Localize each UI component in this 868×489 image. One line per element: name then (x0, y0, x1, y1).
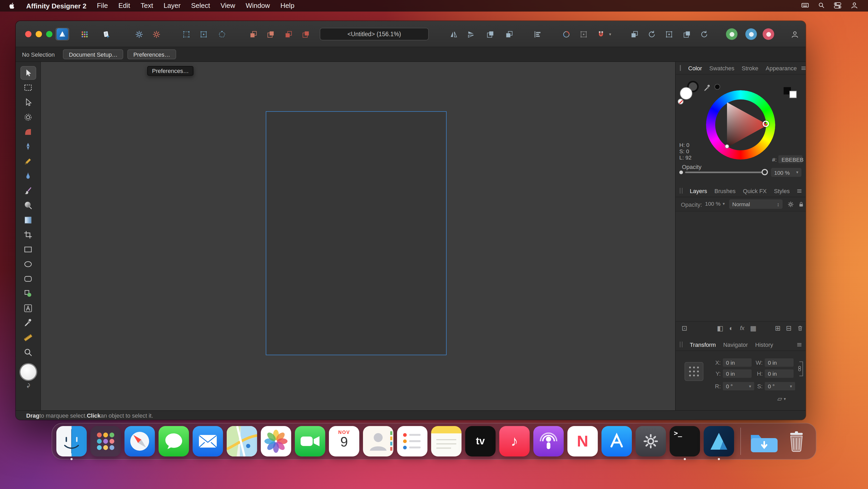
panel-menu-icon[interactable] (796, 341, 803, 348)
export-persona-icon[interactable] (100, 28, 113, 40)
menu-item[interactable]: Window (240, 0, 275, 11)
opacity-min-knob[interactable] (679, 171, 683, 174)
measure-tool[interactable] (20, 330, 36, 344)
w-input[interactable]: 0 in (765, 358, 794, 367)
opacity-slider[interactable] (685, 172, 764, 173)
symbol-icon[interactable]: ⊡ (680, 323, 689, 333)
hex-input[interactable]: EBEBEB (778, 155, 803, 163)
swap-colors-icon[interactable]: ↷ (24, 383, 32, 388)
transparency-tool[interactable] (20, 213, 36, 227)
badge-red-icon[interactable] (763, 28, 774, 40)
layer-settings-gear-icon[interactable] (786, 199, 795, 209)
snap-grid-icon[interactable] (179, 28, 193, 40)
preferences-gear-icon[interactable] (149, 28, 163, 40)
new-pixel-layer-icon[interactable]: ⊟ (784, 323, 794, 333)
snapping-dropdown-icon[interactable]: ▾ (607, 28, 614, 40)
move-to-front-icon[interactable] (502, 28, 516, 40)
sl-knob[interactable] (725, 144, 729, 148)
menu-item[interactable]: File (92, 0, 113, 11)
mask-layer-icon[interactable]: ◧ (715, 323, 725, 333)
pen-tool[interactable] (20, 140, 36, 153)
vector-brush-tool[interactable] (20, 169, 36, 182)
flip-vertical-icon[interactable] (464, 28, 477, 40)
tab-brushes[interactable]: Brushes (711, 186, 739, 196)
dock-reminders[interactable] (397, 426, 428, 457)
replace-selection-icon[interactable] (299, 28, 312, 40)
no-fill-icon[interactable] (678, 98, 683, 105)
transform-mode-select[interactable]: ▱▾ (777, 395, 786, 402)
new-layer-icon[interactable]: ⊞ (773, 323, 782, 333)
menu-item[interactable]: Edit (113, 0, 135, 11)
zoom-button[interactable] (46, 31, 53, 37)
tab-stroke[interactable]: Stroke (738, 63, 762, 73)
preferences-button[interactable]: Preferences… (128, 49, 176, 59)
dock-affinity[interactable] (704, 426, 734, 457)
dock-launchpad[interactable] (90, 426, 121, 457)
fx-icon[interactable]: fx (738, 323, 747, 333)
delete-layer-icon[interactable] (795, 323, 805, 333)
menu-item[interactable]: Help (275, 0, 300, 11)
h-input[interactable]: 0 in (765, 369, 794, 378)
contour-tool[interactable] (20, 110, 36, 124)
text-tool[interactable] (20, 301, 36, 315)
dock-music[interactable]: ♪ (499, 426, 530, 457)
picked-color-swatch[interactable] (714, 84, 720, 90)
layers-opacity-select[interactable]: 100 %▾ (705, 200, 725, 207)
panel-grip[interactable] (680, 342, 682, 347)
hue-knob[interactable] (763, 121, 769, 127)
insert-target-icon[interactable] (680, 28, 693, 40)
snapping-magnet-icon[interactable] (594, 28, 608, 40)
dock-appstore[interactable] (601, 426, 632, 457)
tab-quick-fx[interactable]: Quick FX (739, 186, 770, 196)
rotation-input[interactable]: 0 °▾ (723, 382, 754, 391)
primary-color-swatch[interactable] (789, 91, 797, 98)
dock-terminal[interactable]: >_ (670, 426, 700, 457)
document-setup-button[interactable]: Document Setup… (63, 49, 123, 59)
dock-news[interactable]: N (567, 426, 598, 457)
menu-item[interactable]: Select (186, 0, 215, 11)
x-input[interactable]: 0 in (723, 358, 752, 367)
artboard-tool[interactable] (20, 81, 36, 94)
pencil-tool[interactable] (20, 154, 36, 168)
opacity-select[interactable]: 100 %▾ (771, 168, 801, 177)
lock-icon[interactable] (796, 199, 806, 209)
dock-settings[interactable] (636, 426, 666, 457)
panel-menu-icon[interactable] (800, 65, 806, 71)
dock-notes[interactable] (431, 426, 462, 457)
color-selector-well[interactable] (20, 364, 36, 380)
account-icon[interactable] (788, 28, 801, 40)
color-picker-tool[interactable] (20, 316, 36, 329)
dock-calendar[interactable]: NOV9 (329, 426, 359, 457)
dock-tv[interactable]: tv (465, 426, 496, 457)
search-icon[interactable] (818, 1, 825, 10)
dock-contacts[interactable] (363, 426, 393, 457)
paint-brush-tool[interactable] (20, 184, 36, 197)
tab-appearance[interactable]: Appearance (762, 63, 801, 73)
adjustment-layer-icon[interactable]: ◐ (726, 323, 736, 333)
tab-layers[interactable]: Layers (686, 186, 711, 196)
insert-behind-icon[interactable] (246, 28, 260, 40)
alignment-icon[interactable] (530, 28, 544, 40)
app-menu-title[interactable]: Affinity Designer 2 (21, 2, 92, 10)
opacity-knob[interactable] (762, 169, 768, 175)
snap-shape-icon[interactable] (215, 28, 228, 40)
dock-downloads[interactable] (747, 426, 778, 457)
document-setup-gear-icon[interactable] (132, 28, 146, 40)
tab-styles[interactable]: Styles (770, 186, 793, 196)
panel-grip[interactable] (680, 65, 681, 71)
dock-trash[interactable] (781, 426, 812, 457)
canvas[interactable] (41, 62, 675, 410)
snapping-options-icon[interactable] (559, 28, 573, 40)
anchor-point-selector[interactable] (685, 362, 704, 381)
blend-mode-select[interactable]: Normal↕ (729, 199, 782, 209)
document-page[interactable] (266, 111, 446, 355)
dock-messages[interactable] (159, 426, 189, 457)
dock-photos[interactable] (261, 426, 291, 457)
tab-history[interactable]: History (752, 340, 777, 349)
crop-tool[interactable] (20, 228, 36, 241)
minimize-button[interactable] (36, 31, 42, 37)
tab-color[interactable]: Color (685, 63, 706, 73)
dock-safari[interactable] (124, 426, 155, 457)
snap-guides-icon[interactable] (196, 28, 210, 40)
tab-transform[interactable]: Transform (686, 340, 719, 349)
